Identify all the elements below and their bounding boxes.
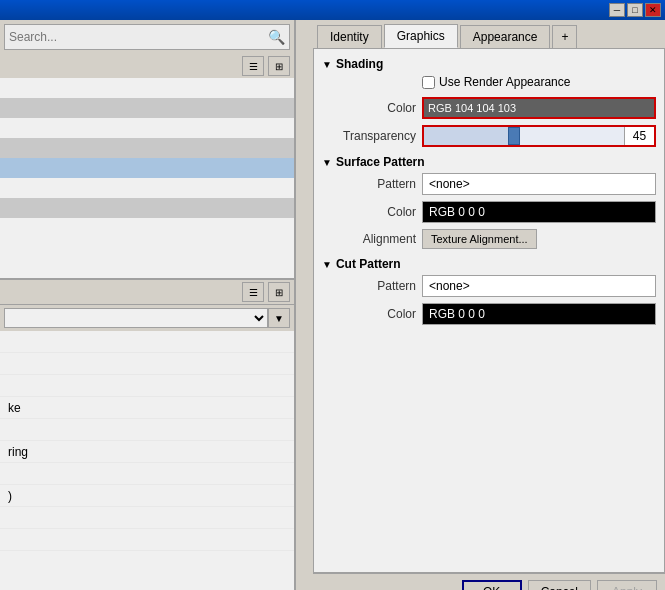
render-appearance-checkbox[interactable] — [422, 76, 435, 89]
dropdown-row: ▼ — [0, 305, 294, 331]
shading-body: Use Render Appearance Color RGB 104 104 … — [322, 75, 656, 147]
view-list-button[interactable]: ☰ — [242, 56, 264, 76]
cut-pattern-label: Pattern — [326, 279, 416, 293]
render-appearance-row: Use Render Appearance — [326, 75, 656, 89]
cut-pattern-row: Pattern <none> — [326, 275, 656, 297]
view-list-button-2[interactable]: ☰ — [242, 282, 264, 302]
top-toolbar: ☰ ⊞ — [0, 54, 294, 78]
shading-header: ▼ Shading — [322, 57, 656, 71]
color-value: RGB 104 104 103 — [428, 102, 516, 114]
left-panel: 🔍 ☰ ⊞ ☰ ⊞ — [0, 20, 295, 590]
bottom-buttons-bar: OK Cancel Apply — [313, 573, 665, 590]
bottom-list-item[interactable] — [0, 419, 294, 441]
surface-pattern-label: Pattern — [326, 177, 416, 191]
item-label: ring — [8, 445, 28, 459]
surface-color-field: RGB 0 0 0 — [422, 201, 656, 223]
alignment-row: Alignment Texture Alignment... — [326, 229, 656, 249]
left-bottom-section: ☰ ⊞ ▼ ke ring — [0, 280, 294, 590]
shading-title: Shading — [336, 57, 383, 71]
cut-pattern-body: Pattern <none> Color RGB 0 0 0 — [322, 275, 656, 325]
left-top-section: 🔍 ☰ ⊞ — [0, 20, 294, 280]
surface-pattern-title: Surface Pattern — [336, 155, 425, 169]
list-item[interactable] — [0, 138, 294, 158]
bottom-list: ke ring ) — [0, 331, 294, 590]
list-item[interactable] — [0, 198, 294, 218]
surface-color-row: Color RGB 0 0 0 — [326, 201, 656, 223]
search-bar: 🔍 — [4, 24, 290, 50]
bottom-list-item[interactable] — [0, 331, 294, 353]
cut-color-row: Color RGB 0 0 0 — [326, 303, 656, 325]
item-label: ) — [8, 489, 12, 503]
shading-collapse-icon[interactable]: ▼ — [322, 59, 332, 70]
view-grid-button-2[interactable]: ⊞ — [268, 282, 290, 302]
maximize-button[interactable]: □ — [627, 3, 643, 17]
titlebar: ─ □ ✕ — [0, 0, 665, 20]
cut-pattern-value[interactable]: <none> — [422, 275, 656, 297]
bottom-list-item[interactable] — [0, 507, 294, 529]
dropdown-arrow[interactable]: ▼ — [268, 308, 290, 328]
view-grid-button[interactable]: ⊞ — [268, 56, 290, 76]
slider-track — [424, 127, 624, 145]
texture-alignment-button[interactable]: Texture Alignment... — [422, 229, 537, 249]
top-list-area — [0, 78, 294, 278]
surface-pattern-value[interactable]: <none> — [422, 173, 656, 195]
surface-pattern-field: <none> — [422, 173, 656, 195]
surface-pattern-header: ▼ Surface Pattern — [322, 155, 656, 169]
tab-appearance[interactable]: Appearance — [460, 25, 551, 48]
color-field[interactable]: RGB 104 104 103 — [422, 97, 656, 119]
bottom-list-item[interactable] — [0, 529, 294, 551]
bottom-list-item[interactable]: ) — [0, 485, 294, 507]
right-panel: Identity Graphics Appearance + ▼ Shading — [313, 20, 665, 590]
bottom-list-item[interactable] — [0, 463, 294, 485]
collapse-panel-button[interactable]: « — [295, 20, 313, 590]
color-row: Color RGB 104 104 103 — [326, 97, 656, 119]
bottom-list-item[interactable]: ring — [0, 441, 294, 463]
cut-color-label: Color — [326, 307, 416, 321]
close-button[interactable]: ✕ — [645, 3, 661, 17]
list-item[interactable] — [0, 218, 294, 238]
list-item[interactable] — [0, 98, 294, 118]
tab-bar: Identity Graphics Appearance + — [313, 20, 665, 48]
cut-color-value[interactable]: RGB 0 0 0 — [422, 303, 656, 325]
surface-pattern-section: ▼ Surface Pattern Pattern <none> — [322, 155, 656, 249]
apply-button[interactable]: Apply — [597, 580, 657, 590]
ok-button[interactable]: OK — [462, 580, 522, 590]
transparency-label: Transparency — [326, 129, 416, 143]
bottom-list-item[interactable]: ke — [0, 397, 294, 419]
list-item[interactable] — [0, 78, 294, 98]
render-appearance-label: Use Render Appearance — [439, 75, 570, 89]
slider-value: 45 — [624, 127, 654, 145]
alignment-field: Texture Alignment... — [422, 229, 656, 249]
cut-pattern-title: Cut Pattern — [336, 257, 401, 271]
type-dropdown[interactable] — [4, 308, 268, 328]
transparency-row: Transparency 45 — [326, 125, 656, 147]
tab-add-button[interactable]: + — [552, 25, 577, 48]
tab-identity[interactable]: Identity — [317, 25, 382, 48]
cut-pattern-field: <none> — [422, 275, 656, 297]
cut-color-field: RGB 0 0 0 — [422, 303, 656, 325]
cut-pattern-header: ▼ Cut Pattern — [322, 257, 656, 271]
alignment-label: Alignment — [326, 232, 416, 246]
bottom-list-item[interactable] — [0, 353, 294, 375]
surface-color-value[interactable]: RGB 0 0 0 — [422, 201, 656, 223]
tab-content-graphics: ▼ Shading Use Render Appearance Color — [313, 48, 665, 573]
shading-section: ▼ Shading Use Render Appearance Color — [322, 57, 656, 147]
slider-thumb[interactable] — [508, 127, 520, 145]
search-icon: 🔍 — [268, 29, 285, 45]
list-item[interactable] — [0, 118, 294, 138]
cancel-button[interactable]: Cancel — [528, 580, 591, 590]
transparency-field-container: 45 — [422, 125, 656, 147]
transparency-slider-container[interactable]: 45 — [422, 125, 656, 147]
cut-pattern-collapse-icon[interactable]: ▼ — [322, 259, 332, 270]
minimize-button[interactable]: ─ — [609, 3, 625, 17]
list-item[interactable] — [0, 178, 294, 198]
main-container: 🔍 ☰ ⊞ ☰ ⊞ — [0, 20, 665, 590]
bottom-toolbar: ☰ ⊞ — [0, 280, 294, 305]
surface-pattern-collapse-icon[interactable]: ▼ — [322, 157, 332, 168]
list-item-selected[interactable] — [0, 158, 294, 178]
search-input[interactable] — [9, 30, 268, 44]
bottom-list-item[interactable] — [0, 375, 294, 397]
surface-pattern-row: Pattern <none> — [326, 173, 656, 195]
cut-pattern-section: ▼ Cut Pattern Pattern <none> — [322, 257, 656, 325]
tab-graphics[interactable]: Graphics — [384, 24, 458, 48]
